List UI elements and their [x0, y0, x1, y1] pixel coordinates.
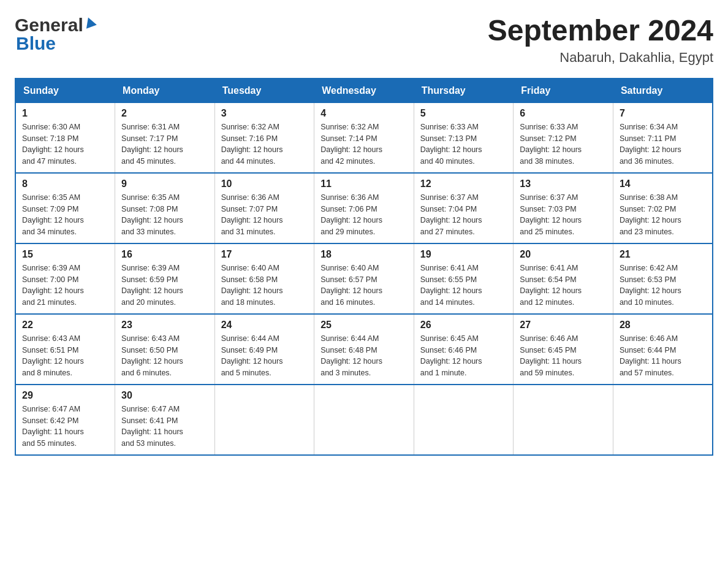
table-row: 30Sunrise: 6:47 AMSunset: 6:41 PMDayligh…: [115, 385, 215, 455]
table-row: 25Sunrise: 6:44 AMSunset: 6:48 PMDayligh…: [314, 314, 414, 385]
day-number: 16: [121, 249, 208, 260]
day-number: 5: [420, 108, 507, 119]
day-info: Sunrise: 6:37 AMSunset: 7:03 PMDaylight:…: [520, 192, 607, 238]
day-info: Sunrise: 6:46 AMSunset: 6:44 PMDaylight:…: [620, 333, 706, 379]
day-info: Sunrise: 6:39 AMSunset: 6:59 PMDaylight:…: [121, 262, 208, 308]
month-title: September 2024: [488, 15, 713, 47]
logo-triangle-icon: [83, 16, 97, 29]
day-info: Sunrise: 6:42 AMSunset: 6:53 PMDaylight:…: [620, 262, 706, 308]
day-info: Sunrise: 6:32 AMSunset: 7:14 PMDaylight:…: [320, 121, 408, 167]
day-info: Sunrise: 6:44 AMSunset: 6:49 PMDaylight:…: [221, 333, 308, 379]
day-info: Sunrise: 6:36 AMSunset: 7:07 PMDaylight:…: [221, 192, 308, 238]
day-info: Sunrise: 6:35 AMSunset: 7:09 PMDaylight:…: [22, 192, 108, 238]
table-row: [214, 385, 314, 455]
day-number: 10: [221, 178, 308, 190]
day-number: 20: [520, 249, 607, 260]
table-row: 19Sunrise: 6:41 AMSunset: 6:55 PMDayligh…: [414, 243, 514, 314]
day-number: 29: [22, 390, 108, 401]
day-number: 15: [22, 249, 108, 260]
day-info: Sunrise: 6:37 AMSunset: 7:04 PMDaylight:…: [420, 192, 507, 238]
day-info: Sunrise: 6:32 AMSunset: 7:16 PMDaylight:…: [221, 121, 308, 167]
day-number: 9: [121, 178, 208, 190]
day-number: 17: [221, 249, 308, 260]
day-number: 2: [121, 108, 208, 119]
day-number: 27: [520, 320, 607, 331]
title-section: September 2024 Nabaruh, Dakahlia, Egypt: [488, 15, 713, 66]
day-number: 13: [520, 178, 607, 190]
calendar-week-row: 22Sunrise: 6:43 AMSunset: 6:51 PMDayligh…: [15, 314, 713, 385]
day-number: 6: [520, 108, 607, 119]
table-row: 1Sunrise: 6:30 AMSunset: 7:18 PMDaylight…: [15, 102, 115, 173]
calendar-table: Sunday Monday Tuesday Wednesday Thursday…: [15, 78, 713, 456]
table-row: 16Sunrise: 6:39 AMSunset: 6:59 PMDayligh…: [115, 243, 215, 314]
day-info: Sunrise: 6:33 AMSunset: 7:13 PMDaylight:…: [420, 121, 507, 167]
table-row: 13Sunrise: 6:37 AMSunset: 7:03 PMDayligh…: [514, 173, 613, 243]
day-info: Sunrise: 6:43 AMSunset: 6:51 PMDaylight:…: [22, 333, 108, 379]
day-info: Sunrise: 6:34 AMSunset: 7:11 PMDaylight:…: [620, 121, 706, 167]
day-info: Sunrise: 6:36 AMSunset: 7:06 PMDaylight:…: [320, 192, 408, 238]
svg-marker-0: [83, 16, 97, 29]
col-sunday: Sunday: [15, 79, 115, 103]
calendar-week-row: 8Sunrise: 6:35 AMSunset: 7:09 PMDaylight…: [15, 173, 713, 243]
table-row: 7Sunrise: 6:34 AMSunset: 7:11 PMDaylight…: [613, 102, 713, 173]
table-row: 10Sunrise: 6:36 AMSunset: 7:07 PMDayligh…: [214, 173, 314, 243]
day-info: Sunrise: 6:40 AMSunset: 6:57 PMDaylight:…: [320, 262, 408, 308]
table-row: [314, 385, 414, 455]
col-thursday: Thursday: [414, 79, 514, 103]
day-info: Sunrise: 6:47 AMSunset: 6:41 PMDaylight:…: [121, 404, 208, 450]
table-row: [613, 385, 713, 455]
logo-blue-text: Blue: [16, 33, 56, 54]
day-number: 28: [620, 320, 706, 331]
table-row: 6Sunrise: 6:33 AMSunset: 7:12 PMDaylight…: [514, 102, 613, 173]
table-row: 27Sunrise: 6:46 AMSunset: 6:45 PMDayligh…: [514, 314, 613, 385]
day-number: 1: [22, 108, 108, 119]
day-number: 25: [320, 320, 408, 331]
calendar-header-row: Sunday Monday Tuesday Wednesday Thursday…: [15, 79, 713, 103]
day-number: 3: [221, 108, 308, 119]
day-info: Sunrise: 6:31 AMSunset: 7:17 PMDaylight:…: [121, 121, 208, 167]
day-number: 11: [320, 178, 408, 190]
day-number: 23: [121, 320, 208, 331]
day-number: 8: [22, 178, 108, 190]
day-info: Sunrise: 6:33 AMSunset: 7:12 PMDaylight:…: [520, 121, 607, 167]
table-row: 28Sunrise: 6:46 AMSunset: 6:44 PMDayligh…: [613, 314, 713, 385]
day-info: Sunrise: 6:38 AMSunset: 7:02 PMDaylight:…: [620, 192, 706, 238]
logo-image: General: [15, 15, 97, 36]
day-info: Sunrise: 6:30 AMSunset: 7:18 PMDaylight:…: [22, 121, 108, 167]
day-number: 14: [620, 178, 706, 190]
day-number: 30: [121, 390, 208, 401]
table-row: 14Sunrise: 6:38 AMSunset: 7:02 PMDayligh…: [613, 173, 713, 243]
day-info: Sunrise: 6:39 AMSunset: 7:00 PMDaylight:…: [22, 262, 108, 308]
day-number: 18: [320, 249, 408, 260]
calendar-week-row: 29Sunrise: 6:47 AMSunset: 6:42 PMDayligh…: [15, 385, 713, 455]
table-row: 21Sunrise: 6:42 AMSunset: 6:53 PMDayligh…: [613, 243, 713, 314]
table-row: 5Sunrise: 6:33 AMSunset: 7:13 PMDaylight…: [414, 102, 514, 173]
logo: General Blue: [15, 15, 97, 54]
day-info: Sunrise: 6:35 AMSunset: 7:08 PMDaylight:…: [121, 192, 208, 238]
table-row: 8Sunrise: 6:35 AMSunset: 7:09 PMDaylight…: [15, 173, 115, 243]
table-row: 4Sunrise: 6:32 AMSunset: 7:14 PMDaylight…: [314, 102, 414, 173]
day-number: 4: [320, 108, 408, 119]
calendar-week-row: 1Sunrise: 6:30 AMSunset: 7:18 PMDaylight…: [15, 102, 713, 173]
day-number: 21: [620, 249, 706, 260]
table-row: 20Sunrise: 6:41 AMSunset: 6:54 PMDayligh…: [514, 243, 613, 314]
day-info: Sunrise: 6:41 AMSunset: 6:54 PMDaylight:…: [520, 262, 607, 308]
table-row: 26Sunrise: 6:45 AMSunset: 6:46 PMDayligh…: [414, 314, 514, 385]
col-saturday: Saturday: [613, 79, 713, 103]
table-row: 18Sunrise: 6:40 AMSunset: 6:57 PMDayligh…: [314, 243, 414, 314]
day-info: Sunrise: 6:43 AMSunset: 6:50 PMDaylight:…: [121, 333, 208, 379]
table-row: 29Sunrise: 6:47 AMSunset: 6:42 PMDayligh…: [15, 385, 115, 455]
day-number: 12: [420, 178, 507, 190]
table-row: 9Sunrise: 6:35 AMSunset: 7:08 PMDaylight…: [115, 173, 215, 243]
day-info: Sunrise: 6:44 AMSunset: 6:48 PMDaylight:…: [320, 333, 408, 379]
table-row: [514, 385, 613, 455]
logo-general-text: General: [15, 15, 83, 36]
table-row: 15Sunrise: 6:39 AMSunset: 7:00 PMDayligh…: [15, 243, 115, 314]
table-row: 2Sunrise: 6:31 AMSunset: 7:17 PMDaylight…: [115, 102, 215, 173]
location-subtitle: Nabaruh, Dakahlia, Egypt: [488, 50, 713, 66]
table-row: 3Sunrise: 6:32 AMSunset: 7:16 PMDaylight…: [214, 102, 314, 173]
day-number: 19: [420, 249, 507, 260]
day-number: 7: [620, 108, 706, 119]
day-info: Sunrise: 6:46 AMSunset: 6:45 PMDaylight:…: [520, 333, 607, 379]
day-number: 24: [221, 320, 308, 331]
